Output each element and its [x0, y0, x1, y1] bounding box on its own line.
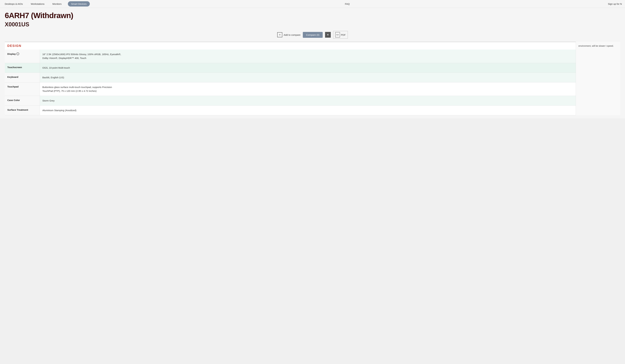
nav-item-desktops[interactable]: Desktops & AIOs — [3, 1, 24, 6]
pdf-icon: PDF — [335, 32, 340, 37]
nav-item-workstations[interactable]: Workstations — [29, 1, 46, 6]
spec-label-display-text: Display i — [7, 53, 19, 55]
spec-label-touchpad: Touchpad — [5, 83, 40, 96]
spec-row-touchpad: Touchpad Buttonless glass surface multi-… — [5, 83, 576, 96]
nav-faq: FAQ — [345, 2, 353, 5]
add-to-compare-button[interactable]: + Add to compare — [277, 32, 300, 37]
side-panel: environment, will be slower t speed. — [576, 42, 620, 115]
spec-value-keyboard: Backlit, English (US) — [40, 73, 576, 83]
nav-item-smart-devices[interactable]: Smart Devices — [68, 1, 90, 6]
product-model: X0001US — [5, 21, 620, 28]
spec-value-display: 16" 2.5K (2560x1600) IPS 500nits Glossy,… — [40, 50, 576, 63]
main-content: DESIGN Display i 16" 2.5K (2560x — [5, 42, 576, 115]
design-section-header: DESIGN — [5, 42, 576, 50]
spec-label-case-color: Case Color — [5, 96, 40, 106]
spec-value-touchpad: Buttonless glass surface multi-touch tou… — [40, 83, 576, 96]
compare-section: + Add to compare Compare (0) ✕ PDF PDF — [5, 31, 620, 39]
compare-count-button[interactable]: Compare (0) — [303, 32, 322, 38]
spec-row-touchscreen: Touchscreen OGS, 10-point Multi-touch — [5, 63, 576, 73]
design-section-title: DESIGN — [7, 44, 22, 48]
spec-label-keyboard: Keyboard — [5, 73, 40, 83]
main-wrapper: DESIGN Display i 16" 2.5K (2560x — [5, 42, 620, 115]
side-note-text: environment, will be slower t speed. — [578, 45, 614, 47]
navigation-bar: Desktops & AIOs Workstations Monitors Sm… — [0, 0, 625, 8]
pdf-button[interactable]: PDF PDF — [333, 31, 348, 39]
pdf-label: PDF — [341, 33, 346, 36]
spec-value-touchscreen: OGS, 10-point Multi-touch — [40, 63, 576, 73]
spec-row-display: Display i 16" 2.5K (2560x1600) IPS 500ni… — [5, 50, 576, 63]
spec-label-touchscreen: Touchscreen — [5, 63, 40, 73]
page-content: 6ARH7 (Withdrawn) X0001US + Add to compa… — [0, 8, 625, 118]
spec-row-keyboard: Keyboard Backlit, English (US) — [5, 73, 576, 83]
spec-value-case-color: Storm Grey — [40, 96, 576, 106]
add-to-compare-icon: + — [277, 32, 282, 37]
add-to-compare-label: Add to compare — [283, 33, 300, 36]
specs-table: Display i 16" 2.5K (2560x1600) IPS 500ni… — [5, 50, 576, 115]
spec-label-display: Display i — [5, 50, 40, 63]
display-info-icon[interactable]: i — [16, 53, 19, 55]
nav-signup[interactable]: Sign up for N — [608, 2, 625, 5]
close-compare-button[interactable]: ✕ — [325, 32, 331, 38]
spec-row-surface-treatment: Surface Treatment Aluminium Stamping (An… — [5, 106, 576, 115]
spec-label-surface-treatment: Surface Treatment — [5, 106, 40, 115]
product-title: 6ARH7 (Withdrawn) — [5, 11, 620, 20]
close-icon: ✕ — [327, 33, 329, 36]
spec-row-case-color: Case Color Storm Grey — [5, 96, 576, 106]
nav-item-monitors[interactable]: Monitors — [51, 1, 63, 6]
spec-value-surface-treatment: Aluminium Stamping (Anodized) — [40, 106, 576, 115]
